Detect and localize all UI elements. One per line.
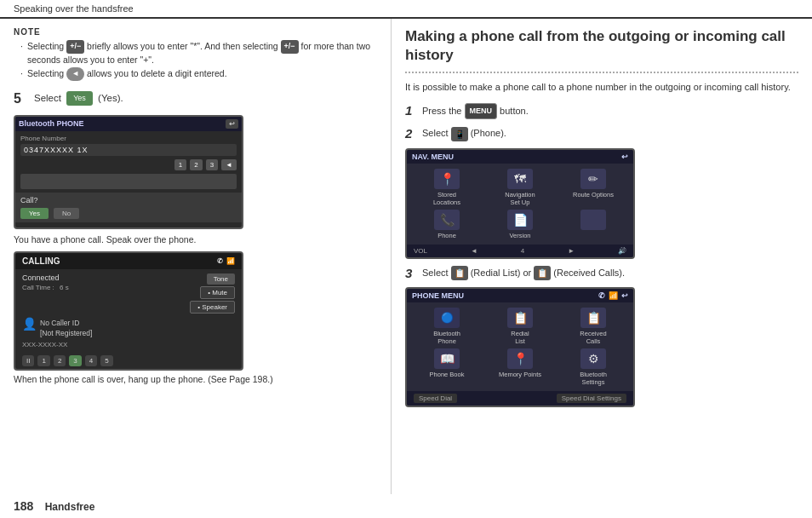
keypad-2[interactable]: 2 (190, 159, 202, 170)
speed-dial-btn[interactable]: Speed Dial (414, 394, 457, 403)
top-bar: Speaking over the handsfree (0, 0, 812, 19)
phone-number-label: Phone Number (20, 135, 237, 142)
phone-icon: ✆ (217, 257, 223, 265)
phone-item-bluetooth[interactable]: 🔵 BluetoothPhone (412, 308, 482, 345)
phone-menu-footer: Speed Dial Speed Dial Settings (407, 391, 633, 406)
mute-btn[interactable]: • Mute (200, 286, 235, 299)
phone-item-settings[interactable]: ⚙ BluetoothSettings (558, 348, 628, 386)
delete-btn: ◄ (66, 67, 84, 81)
footer-1[interactable]: 1 (37, 355, 49, 366)
right-step-2: 2 Select 📱 (Phone). (405, 126, 798, 141)
phone-menu-title-right: ✆ 📶 ↩ (598, 291, 628, 300)
stored-locations-label: StoredLocations (433, 191, 460, 206)
left-column: NOTE Selecting +/− briefly allows you to… (0, 19, 392, 513)
confirm-row: Call? Yes No (15, 193, 242, 222)
nav-next-btn[interactable]: ► (568, 247, 575, 255)
confirm-no-btn[interactable]: No (54, 208, 79, 219)
footer-5[interactable]: 5 (100, 355, 112, 366)
nav-back-btn[interactable]: ↩ (621, 153, 628, 161)
keypad-3[interactable]: 3 (206, 159, 218, 170)
footer-2[interactable]: 2 (54, 355, 66, 366)
caller-id-text: No Caller ID[Not Registered] (40, 319, 92, 339)
caption1: You have a phone call. Speak over the ph… (14, 234, 377, 245)
tone-btn[interactable]: Tone (207, 273, 235, 285)
yes-btn-inline[interactable]: Yes (66, 91, 93, 106)
phone-menu-icon2: ✆ (598, 291, 605, 300)
nav-menu-footer: VOL ◄ 4 ► 🔊 (407, 245, 633, 257)
connected-label: Connected (22, 273, 69, 282)
keypad-back[interactable]: ◄ (221, 159, 237, 170)
nav-item-version[interactable]: 📄 Version (485, 210, 555, 239)
note-list: Selecting +/− briefly allows you to ente… (14, 40, 377, 81)
speed-dial-settings-btn[interactable]: Speed Dial Settings (557, 394, 626, 403)
nav-item-phone[interactable]: 📞 Phone (412, 210, 482, 239)
person-icon: 👤 (22, 317, 37, 331)
nav-setup-icon: 🗺 (507, 169, 533, 189)
received-calls-icon: 📋 (580, 308, 606, 328)
right-step-3-num: 3 (405, 266, 422, 280)
nav-prev-btn[interactable]: ◄ (471, 247, 477, 255)
bluetooth-back-btn[interactable]: ↩ (226, 119, 238, 129)
phone-menu-screen: PHONE MENU ✆ 📶 ↩ 🔵 BluetoothPhone 📋 Redi… (405, 287, 635, 407)
nav-menu-grid: 📍 StoredLocations 🗺 NavigationSet Up ✏ R… (407, 164, 633, 245)
section-desc: It is possible to make a phone call to a… (405, 80, 798, 95)
nav-item-route[interactable]: ✏ Route Options (558, 169, 628, 206)
footer-4[interactable]: 4 (85, 355, 97, 366)
phone-icon-nav: 📞 (434, 210, 460, 230)
phone-menu-signal: 📶 (609, 291, 618, 300)
phone-item-redial[interactable]: 📋 RedialList (485, 308, 555, 345)
note-label: NOTE (14, 27, 377, 37)
phone-menu-title-text: PHONE MENU (412, 291, 464, 300)
redial-list-icon: 📋 (507, 308, 533, 328)
note-item-1: Selecting +/− briefly allows you to ente… (20, 40, 377, 67)
phone-book-label: Phone Book (430, 371, 465, 378)
right-step-2-content: Select 📱 (Phone). (422, 126, 798, 141)
footer-label: Handsfree (45, 501, 95, 513)
nav-item-navsetup[interactable]: 🗺 NavigationSet Up (485, 169, 555, 206)
version-label: Version (509, 232, 530, 239)
speaker-btn[interactable]: • Speaker (190, 301, 235, 314)
memory-points-icon: 📍 (507, 348, 533, 369)
step-5-row: 5 Select Yes (Yes). (14, 91, 377, 106)
calling-title-icons: ✆ 📶 (217, 257, 235, 265)
bluetooth-screen: Bluetooth PHONE ↩ Phone Number 0347XXXXX… (14, 115, 243, 229)
redial-icon: 📋 (451, 266, 468, 280)
nav-setup-label: NavigationSet Up (505, 191, 535, 206)
call-time-row: Call Time : 6 s (22, 284, 69, 291)
confirm-btns: Yes No (20, 208, 237, 219)
calling-footer: II 1 2 3 4 5 (15, 353, 242, 369)
empty-icon (580, 210, 606, 230)
phone-item-memory[interactable]: 📍 Memory Points (485, 348, 555, 386)
right-step-2-num: 2 (405, 126, 422, 141)
caption2: When the phone call is over, hang up the… (14, 374, 377, 384)
nav-item-empty (558, 210, 628, 239)
confirm-yes-btn[interactable]: Yes (20, 208, 49, 219)
step-5-text: Select Yes (Yes). (34, 91, 123, 106)
phone-menu-back[interactable]: ↩ (621, 291, 628, 300)
bluetooth-screen-title: Bluetooth PHONE (19, 119, 84, 128)
phone-number-value: 0347XXXXX 1X (20, 144, 237, 156)
vol-label: VOL (414, 247, 427, 255)
right-step-1: 1 Press the MENU button. (405, 103, 798, 120)
nav-item-stored[interactable]: 📍 StoredLocations (412, 169, 482, 206)
caller-id-section: 👤 No Caller ID[Not Registered] (22, 317, 235, 339)
right-step-1-num: 1 (405, 103, 422, 118)
calling-connected-row: Connected Call Time : 6 s Tone • Mute • … (22, 273, 235, 314)
pause-btn[interactable]: II (22, 355, 34, 366)
dotted-divider (405, 72, 798, 73)
phone-label-nav: Phone (437, 232, 456, 239)
footer-3[interactable]: 3 (69, 355, 81, 366)
nav-audio-btn[interactable]: 🔊 (618, 247, 626, 255)
keypad-row: 1 2 3 ◄ (20, 159, 237, 170)
stored-locations-icon: 📍 (434, 169, 460, 189)
route-options-label: Route Options (573, 191, 614, 199)
keypad-1[interactable]: 1 (174, 159, 186, 170)
bluetooth-phone-icon: 🔵 (434, 308, 460, 328)
page-footer: 188 Handsfree (0, 494, 812, 518)
phone-item-received[interactable]: 📋 ReceivedCalls (558, 308, 628, 345)
calling-screen: CALLING ✆ 📶 Connected Call Time : 6 s (14, 251, 243, 371)
calling-body: Connected Call Time : 6 s Tone • Mute • … (15, 269, 242, 354)
phone-display-bar (20, 174, 237, 189)
menu-btn[interactable]: MENU (465, 103, 498, 120)
phone-item-phonebook[interactable]: 📖 Phone Book (412, 348, 482, 386)
